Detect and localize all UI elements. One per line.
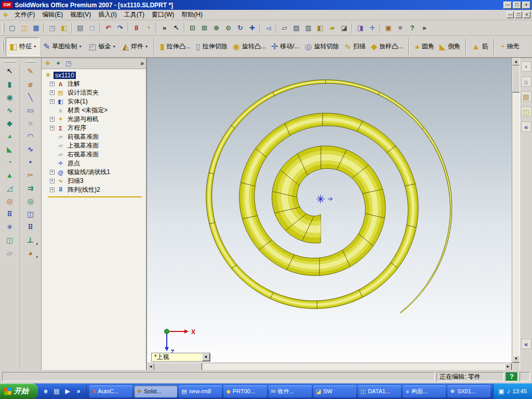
- tree-item-equations[interactable]: +Σ方程序: [42, 124, 146, 132]
- expand-box[interactable]: +: [50, 170, 55, 175]
- hidden-lines-removed-icon[interactable]: ▥: [302, 22, 314, 33]
- expand-box[interactable]: +: [50, 99, 55, 104]
- doc-minimize-button[interactable]: —: [507, 11, 514, 18]
- vertical-scrollbar[interactable]: ▲ ▼: [512, 58, 520, 363]
- task-data1[interactable]: ◫DATA1...: [358, 385, 401, 397]
- arc-tool-icon[interactable]: ◠: [23, 130, 37, 142]
- move-button[interactable]: ✛移动/...: [269, 37, 302, 56]
- shell-tool-icon[interactable]: ◔: [3, 156, 17, 168]
- doc-restore-button[interactable]: □: [515, 11, 522, 18]
- sketch-pattern-tool-icon[interactable]: ⠿: [23, 221, 37, 233]
- menu-help[interactable]: 帮助(H): [178, 9, 206, 20]
- menu-insert[interactable]: 插入(I): [95, 9, 120, 20]
- scroll-right-icon[interactable]: ►: [504, 363, 512, 370]
- revolve-boss-button[interactable]: ◉旋转凸...: [230, 37, 269, 56]
- expand-box[interactable]: +: [50, 188, 55, 192]
- convert-entities-tool-icon[interactable]: ⇉: [23, 182, 37, 194]
- horizontal-scroll-thumb[interactable]: [154, 363, 202, 370]
- zoom-in-out-icon[interactable]: ⊕: [210, 22, 222, 33]
- draft-tool-icon[interactable]: ◿: [3, 182, 17, 194]
- restore-button[interactable]: □: [513, 2, 521, 9]
- circle-tool-icon[interactable]: ○: [23, 117, 37, 129]
- view-orientation-combo[interactable]: *上视 ▼: [151, 353, 210, 362]
- quick-launch-overflow-icon[interactable]: »: [74, 387, 83, 396]
- extrude-cut-button[interactable]: ▯拉伸切除: [193, 37, 230, 56]
- trim-tool-icon[interactable]: ✂: [23, 169, 37, 181]
- scroll-up-icon[interactable]: ▲: [512, 58, 520, 65]
- toolbar-overflow-icon[interactable]: »: [158, 22, 170, 33]
- minimize-button[interactable]: —: [503, 2, 512, 9]
- solidworks-resources-icon[interactable]: ⌂: [521, 76, 531, 87]
- tree-item-origin[interactable]: ✛原点: [42, 159, 146, 168]
- tree-item-material[interactable]: ≡材质 <未指定>: [42, 106, 146, 115]
- pan-icon[interactable]: ✚: [246, 22, 258, 33]
- spline-tool-icon[interactable]: ∿: [23, 143, 37, 155]
- tree-item-front-plane[interactable]: ▱前视基准面: [42, 132, 146, 141]
- sketch-tool-icon[interactable]: ✎: [23, 65, 37, 77]
- task-sw-folder[interactable]: ◪SW: [313, 385, 356, 397]
- menu-file[interactable]: 文件(F): [11, 9, 38, 20]
- combo-dropdown-icon[interactable]: ▼: [202, 353, 210, 361]
- rectangle-tool-icon[interactable]: ▭: [23, 104, 37, 116]
- document-icon[interactable]: ❖: [2, 11, 10, 19]
- open-icon[interactable]: ◫: [18, 22, 30, 33]
- volume-icon[interactable]: ♪: [507, 388, 510, 395]
- toolbar-grip[interactable]: [25, 61, 36, 62]
- expand-box[interactable]: +: [50, 126, 55, 130]
- expand-box[interactable]: +: [50, 117, 55, 122]
- task-solidworks[interactable]: ❖Solid...: [134, 385, 177, 397]
- collapse-task-pane-bottom-icon[interactable]: «: [521, 339, 531, 349]
- vertical-scroll-thumb[interactable]: [512, 65, 520, 92]
- menu-view[interactable]: 视图(V): [66, 9, 95, 20]
- task-goumian[interactable]: ◈构面...: [403, 385, 446, 397]
- rotate-view-icon[interactable]: ↻: [234, 22, 246, 33]
- tree-item-linear-pattern2[interactable]: +⠿阵列(线性)2: [42, 185, 146, 194]
- sketch-fillet-tool-icon[interactable]: ◕▾: [23, 247, 37, 259]
- tree-item-helix[interactable]: +@螺旋线/涡状线1: [42, 168, 146, 177]
- design-library-icon[interactable]: ▤: [521, 91, 531, 102]
- task-new-rm8[interactable]: ▤new-rm8: [179, 385, 222, 397]
- tab-weldments[interactable]: ◭焊件▾: [119, 37, 151, 56]
- print-icon[interactable]: ▤: [74, 22, 86, 33]
- toolbar-overflow-end-icon[interactable]: »: [418, 22, 430, 33]
- media-player-icon[interactable]: ▶: [63, 387, 72, 396]
- tree-item-solid-bodies[interactable]: +◧实体(1): [42, 97, 146, 106]
- command-manager-grip[interactable]: [2, 42, 4, 52]
- tree-item-right-plane[interactable]: ▱右视基准面: [42, 150, 146, 159]
- propertymanager-tab-icon[interactable]: ✦: [54, 60, 62, 67]
- graphics-viewport[interactable]: X Z *上视 ▼: [147, 58, 512, 363]
- featuremanager-tab-icon[interactable]: ❖: [44, 60, 52, 67]
- save-icon[interactable]: ▦: [30, 22, 42, 33]
- scroll-track[interactable]: [202, 363, 504, 370]
- horizontal-scrollbar[interactable]: ◄ ►: [147, 363, 512, 370]
- circular-pattern-tool-icon[interactable]: ✳: [3, 221, 17, 233]
- expand-box[interactable]: +: [50, 90, 55, 95]
- rebuild-icon[interactable]: 8: [130, 22, 142, 33]
- previous-view-icon[interactable]: ◅: [262, 22, 274, 33]
- task-pane-pin-icon[interactable]: ▫: [521, 61, 531, 72]
- tree-item-design-binder[interactable]: +▤设计活页夹: [42, 88, 146, 97]
- reference-plane-tool-icon[interactable]: ▱: [3, 247, 17, 259]
- fillet-button[interactable]: ◕圆角: [412, 37, 437, 56]
- revolve-cut-button[interactable]: ◎旋转切除: [302, 37, 341, 56]
- tree-item-lights-cameras[interactable]: +✦光源与相机: [42, 115, 146, 124]
- task-prt00[interactable]: ◆PRT00...: [223, 385, 267, 397]
- rollback-bar[interactable]: [48, 196, 142, 197]
- sweep-tool-icon[interactable]: ∿: [3, 104, 17, 116]
- tab-features[interactable]: ◧特征▾: [6, 37, 39, 56]
- scroll-left-icon[interactable]: ◄: [147, 363, 154, 370]
- quick-tips-help-icon[interactable]: ?: [506, 372, 518, 381]
- shell-button[interactable]: ◔抽壳: [497, 37, 522, 56]
- help-icon[interactable]: ?: [406, 22, 418, 33]
- point-tool-icon[interactable]: •: [23, 156, 37, 168]
- rib-button[interactable]: ▲筋: [469, 37, 491, 56]
- edit-color-icon[interactable]: ◔: [142, 22, 154, 33]
- ime-icon[interactable]: ▣: [498, 388, 504, 395]
- make-drawing-icon[interactable]: ◳: [46, 22, 58, 33]
- section-view-icon[interactable]: ◨: [354, 22, 366, 33]
- toolbar-grip[interactable]: [3, 23, 4, 33]
- show-desktop-icon[interactable]: ▤: [52, 387, 61, 396]
- task-sx01[interactable]: ❖SX01...: [447, 385, 490, 397]
- zoom-fit-icon[interactable]: ⊡: [187, 22, 198, 33]
- task-autocad[interactable]: AAutoC...: [89, 385, 132, 397]
